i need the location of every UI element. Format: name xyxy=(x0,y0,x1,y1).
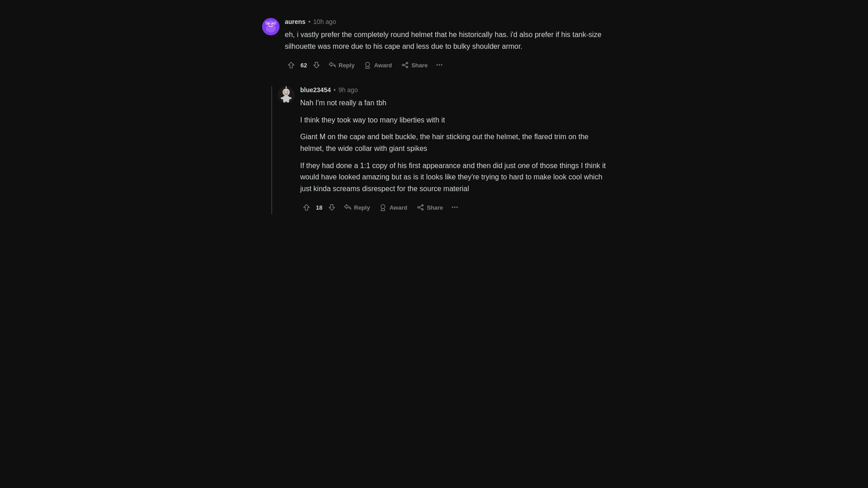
blue-text-italic: one xyxy=(518,162,530,169)
blue-timestamp: 9h ago xyxy=(339,86,358,94)
svg-point-9 xyxy=(366,62,370,66)
svg-point-12 xyxy=(402,64,404,66)
svg-point-14 xyxy=(283,89,290,96)
blue-text-p2: I think they took way too many liberties… xyxy=(300,114,606,126)
blue-text-p3: Giant M on the cape and belt buckle, the… xyxy=(300,131,606,154)
avatar-aurens xyxy=(262,18,279,35)
svg-point-25 xyxy=(287,100,289,103)
blue-share-label: Share xyxy=(427,204,443,211)
blue-reply-label: Reply xyxy=(354,204,370,211)
blue-vote-count: 18 xyxy=(315,204,324,211)
aurens-reply-button[interactable]: Reply xyxy=(325,58,358,72)
aurens-avatar-icon xyxy=(262,18,279,35)
blue-reply-button[interactable]: Reply xyxy=(340,201,373,214)
award-icon xyxy=(363,61,372,69)
aurens-share-label: Share xyxy=(411,62,428,69)
blue-award-label: Award xyxy=(389,204,407,211)
svg-point-16 xyxy=(286,86,287,88)
share-icon xyxy=(401,61,409,69)
blue-separator: • xyxy=(334,86,336,94)
svg-point-26 xyxy=(381,205,385,209)
svg-point-19 xyxy=(284,91,285,92)
comment-blue-body: blue23454 • 9h ago Nah I'm not really a … xyxy=(300,86,606,214)
comment-aurens-header: aurens • 10h ago xyxy=(285,18,606,25)
blue-vote-section: 18 xyxy=(300,201,338,214)
downvote-icon xyxy=(328,203,336,211)
aurens-award-button[interactable]: Award xyxy=(360,58,396,72)
blue-avatar-icon xyxy=(278,86,295,103)
comment-blue: blue23454 • 9h ago Nah I'm not really a … xyxy=(271,86,606,214)
aurens-comment-text: eh, i vastly prefer the completely round… xyxy=(285,29,606,52)
downvote-icon xyxy=(312,61,321,69)
upvote-icon xyxy=(302,203,311,211)
avatar-blue xyxy=(278,86,295,103)
svg-point-29 xyxy=(418,207,420,209)
reply-icon xyxy=(344,203,352,211)
blue-award-button[interactable]: Award xyxy=(375,201,411,214)
aurens-username: aurens xyxy=(285,18,306,25)
blue-text-p1: Nah I'm not really a fan tbh xyxy=(300,97,606,109)
blue-comment-actions: 18 Reply xyxy=(300,201,606,214)
award-icon xyxy=(379,203,387,211)
svg-point-7 xyxy=(269,23,269,24)
aurens-downvote-button[interactable] xyxy=(310,59,323,71)
svg-point-20 xyxy=(288,91,288,92)
aurens-upvote-button[interactable] xyxy=(285,59,297,71)
blue-more-dots: ··· xyxy=(452,203,458,212)
aurens-share-button[interactable]: Share xyxy=(397,58,431,72)
share-icon xyxy=(416,203,425,211)
aurens-comment-actions: 62 Reply xyxy=(285,58,606,72)
svg-point-4 xyxy=(274,21,276,25)
reply-icon xyxy=(328,61,336,69)
svg-point-24 xyxy=(283,100,286,103)
page-container: aurens • 10h ago eh, i vastly prefer the… xyxy=(253,0,615,247)
comment-aurens-body: aurens • 10h ago eh, i vastly prefer the… xyxy=(285,18,606,72)
blue-share-button[interactable]: Share xyxy=(413,201,447,214)
comment-blue-header: blue23454 • 9h ago xyxy=(300,86,606,94)
blue-downvote-button[interactable] xyxy=(326,201,338,214)
upvote-icon xyxy=(287,61,295,69)
aurens-separator: • xyxy=(308,18,311,25)
aurens-vote-count: 62 xyxy=(299,62,308,69)
blue-username: blue23454 xyxy=(300,86,331,94)
comment-aurens: aurens • 10h ago eh, i vastly prefer the… xyxy=(262,18,606,72)
svg-point-3 xyxy=(265,21,268,25)
blue-upvote-button[interactable] xyxy=(300,201,313,214)
aurens-timestamp: 10h ago xyxy=(313,18,336,25)
blue-more-button[interactable]: ··· xyxy=(448,201,461,214)
aurens-award-label: Award xyxy=(374,62,392,69)
aurens-more-button[interactable]: ··· xyxy=(433,59,446,71)
blue-text-p4: If they had done a 1:1 copy of his first… xyxy=(300,160,606,195)
aurens-text-p1: eh, i vastly prefer the completely round… xyxy=(285,29,606,52)
aurens-more-dots: ··· xyxy=(436,61,443,70)
aurens-vote-section: 62 xyxy=(285,59,323,71)
blue-comment-text: Nah I'm not really a fan tbh I think the… xyxy=(300,97,606,194)
svg-point-8 xyxy=(272,23,273,24)
svg-point-2 xyxy=(267,20,275,28)
aurens-reply-label: Reply xyxy=(339,62,354,69)
